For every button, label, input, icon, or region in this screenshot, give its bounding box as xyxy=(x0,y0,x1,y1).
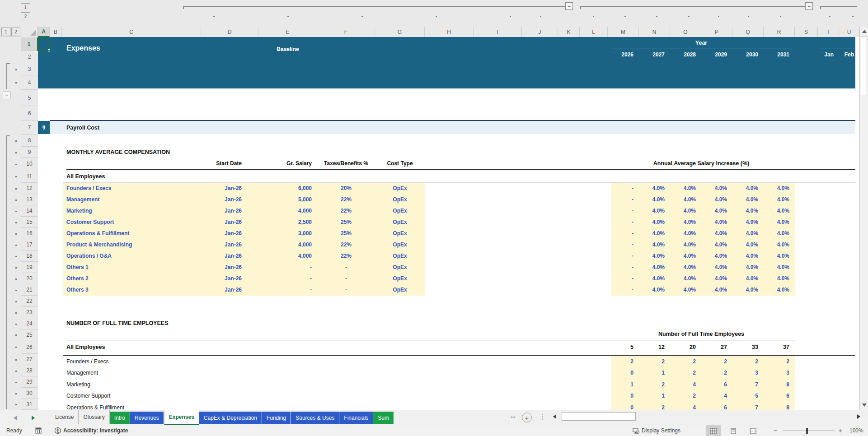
fte-value-cell[interactable]: 2 xyxy=(701,356,727,367)
row-header-28[interactable]: 28 xyxy=(21,365,38,376)
comp-row-salary[interactable]: - xyxy=(258,284,312,296)
row-header-16[interactable]: 16 xyxy=(21,228,38,239)
comp-row-tax[interactable]: 22% xyxy=(317,205,375,217)
salary-increase-cell[interactable]: 4.0% xyxy=(670,273,696,284)
salary-increase-cell[interactable]: 4.0% xyxy=(701,250,727,262)
sheet-tab-revenues[interactable]: Revenues xyxy=(130,412,164,424)
zoom-in-button[interactable]: + xyxy=(838,427,842,434)
row-header-5[interactable]: 5 xyxy=(21,90,38,106)
row-header-1[interactable]: 1 xyxy=(21,37,38,51)
collapse-group-button[interactable]: − xyxy=(805,2,813,10)
comp-row-name[interactable]: Costomer Support xyxy=(66,217,114,228)
vertical-scrollbar[interactable] xyxy=(859,27,868,410)
comp-row-start-date[interactable]: Jan-26 xyxy=(201,183,242,194)
column-header-S[interactable]: S xyxy=(795,27,818,37)
column-outline-level-2-button[interactable]: 2 xyxy=(21,12,30,20)
row-header-10[interactable]: 10 xyxy=(21,158,38,170)
comp-row-start-date[interactable]: Jan-26 xyxy=(201,273,242,284)
fte-value-cell[interactable]: 5 xyxy=(732,390,758,402)
salary-increase-cell[interactable]: 4.0% xyxy=(732,217,758,228)
scroll-down-icon[interactable] xyxy=(862,404,867,407)
salary-increase-cell[interactable]: 4.0% xyxy=(701,228,727,239)
salary-increase-cell[interactable]: 4.0% xyxy=(639,194,665,205)
sheet-tab-license[interactable]: License xyxy=(51,410,79,424)
row-header-20[interactable]: 20 xyxy=(21,273,38,284)
fte-value-cell[interactable]: 1 xyxy=(639,390,665,402)
column-header-Q[interactable]: Q xyxy=(732,27,764,37)
column-outline-level-1-button[interactable]: 1 xyxy=(21,3,30,11)
sheet-grid[interactable]: Expenses Baseline Year 9 Payroll Cost MO… xyxy=(38,37,859,410)
comp-row-salary[interactable]: - xyxy=(258,262,312,273)
salary-increase-cell[interactable]: 4.0% xyxy=(732,239,758,250)
comp-row-name[interactable]: Others 2 xyxy=(66,273,89,284)
salary-increase-cell[interactable]: 4.0% xyxy=(701,284,727,296)
salary-increase-cell[interactable]: 4.0% xyxy=(670,250,696,262)
salary-increase-cell[interactable]: 4.0% xyxy=(732,194,758,205)
row-header-21[interactable]: 21 xyxy=(21,284,38,296)
salary-increase-cell[interactable]: 4.0% xyxy=(639,284,665,296)
comp-row-tax[interactable]: 25% xyxy=(317,217,375,228)
column-header-T[interactable]: T xyxy=(818,27,839,37)
row-header-24[interactable]: 24 xyxy=(21,318,38,329)
row-header-4[interactable]: 4 xyxy=(21,75,38,90)
status-accessibility[interactable]: Accessibility: Investigate xyxy=(63,427,128,434)
salary-increase-cell[interactable]: 4.0% xyxy=(639,183,665,194)
hscroll-left-icon[interactable] xyxy=(553,414,556,419)
row-header-2[interactable]: 2 xyxy=(21,51,38,63)
column-header-J[interactable]: J xyxy=(522,27,558,37)
salary-increase-cell[interactable]: 4.0% xyxy=(764,217,789,228)
comp-row-cost-type[interactable]: OpEx xyxy=(375,205,425,217)
column-header-I[interactable]: I xyxy=(474,27,522,37)
row-header-3[interactable]: 3 xyxy=(21,63,38,75)
salary-increase-cell[interactable]: 4.0% xyxy=(701,217,727,228)
macro-record-icon[interactable] xyxy=(35,427,42,434)
active-cell-selection[interactable] xyxy=(38,37,50,51)
row-outline-level-2-button[interactable]: 2 xyxy=(11,28,20,36)
fte-value-cell[interactable]: 6 xyxy=(764,390,789,402)
salary-increase-cell[interactable]: 4.0% xyxy=(639,262,665,273)
salary-increase-cell[interactable]: 4.0% xyxy=(670,262,696,273)
comp-row-salary[interactable]: 4,000 xyxy=(258,250,312,262)
column-header-D[interactable]: D xyxy=(201,27,258,37)
row-header-9[interactable]: 9 xyxy=(21,147,38,158)
comp-row-cost-type[interactable]: OpEx xyxy=(375,239,425,250)
salary-increase-cell[interactable]: - xyxy=(608,217,633,228)
zoom-level[interactable]: 100% xyxy=(849,427,863,434)
column-header-R[interactable]: R xyxy=(764,27,795,37)
column-header-N[interactable]: N xyxy=(639,27,670,37)
comp-row-cost-type[interactable]: OpEx xyxy=(375,262,425,273)
row-header-7[interactable]: 7 xyxy=(21,121,38,135)
fte-value-cell[interactable]: 0 xyxy=(608,402,633,410)
column-header-C[interactable]: C xyxy=(62,27,201,37)
salary-increase-cell[interactable]: 4.0% xyxy=(670,228,696,239)
salary-increase-cell[interactable]: 4.0% xyxy=(764,284,789,296)
fte-value-cell[interactable]: 2 xyxy=(639,356,665,367)
salary-increase-cell[interactable]: - xyxy=(608,205,633,217)
comp-row-name[interactable]: Others 3 xyxy=(66,284,89,296)
comp-row-start-date[interactable]: Jan-26 xyxy=(201,205,242,217)
tab-scroll-right-icon[interactable] xyxy=(32,416,35,420)
zoom-slider-thumb[interactable] xyxy=(806,428,808,434)
comp-row-name[interactable]: Operations / G&A xyxy=(66,250,112,262)
fte-value-cell[interactable]: 4 xyxy=(701,390,727,402)
row-header-30[interactable]: 30 xyxy=(21,388,38,399)
salary-increase-cell[interactable]: 4.0% xyxy=(639,239,665,250)
tab-overflow-button[interactable]: ... xyxy=(511,412,516,419)
salary-increase-cell[interactable]: 4.0% xyxy=(701,262,727,273)
comp-row-cost-type[interactable]: OpEx xyxy=(375,217,425,228)
salary-increase-cell[interactable]: 4.0% xyxy=(639,273,665,284)
salary-increase-cell[interactable]: 4.0% xyxy=(764,183,789,194)
comp-row-salary[interactable]: - xyxy=(258,273,312,284)
column-header-H[interactable]: H xyxy=(425,27,474,37)
collapse-group-button[interactable]: − xyxy=(565,2,573,10)
sheet-tab-sources-uses[interactable]: Sources & Uses xyxy=(291,412,339,424)
select-all-corner[interactable] xyxy=(21,27,38,37)
sheet-tab-expenses[interactable]: Expenses xyxy=(164,410,199,425)
fte-value-cell[interactable]: 7 xyxy=(732,402,758,410)
row-header-25[interactable]: 25 xyxy=(21,329,38,340)
fte-value-cell[interactable]: 1 xyxy=(639,367,665,379)
normal-view-button[interactable] xyxy=(706,425,721,436)
comp-row-cost-type[interactable]: OpEx xyxy=(375,284,425,296)
status-display-settings[interactable]: Display Settings xyxy=(642,427,680,434)
row-header-15[interactable]: 15 xyxy=(21,217,38,228)
